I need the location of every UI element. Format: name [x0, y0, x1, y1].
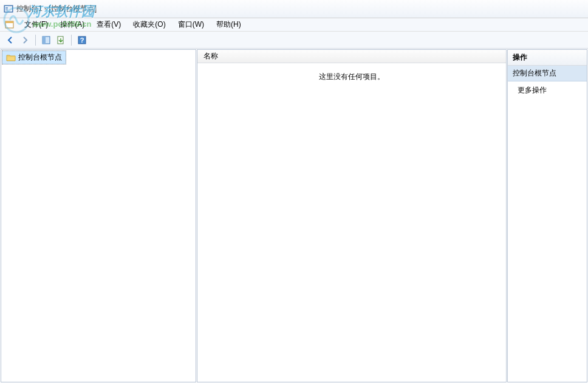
main-area: 控制台根节点 名称 这里没有任何项目。 操作 控制台根节点 更多操作	[0, 49, 588, 383]
menu-file[interactable]: 文件(F)	[18, 18, 54, 31]
column-header[interactable]: 名称	[197, 50, 506, 63]
toolbar-separator	[35, 35, 36, 46]
more-actions-link[interactable]: 更多操作	[508, 81, 587, 99]
show-hide-tree-button[interactable]	[39, 33, 53, 47]
folder-icon	[6, 53, 16, 62]
actions-header: 操作	[508, 50, 587, 66]
menu-help[interactable]: 帮助(H)	[210, 18, 247, 31]
forward-button[interactable]	[18, 33, 32, 47]
menu-action[interactable]: 操作(A)	[54, 18, 91, 31]
svg-rect-8	[43, 36, 46, 44]
tree-panel: 控制台根节点	[1, 49, 196, 382]
tree-root-label: 控制台根节点	[18, 52, 62, 63]
more-actions-label: 更多操作	[518, 86, 547, 94]
list-panel: 名称 这里没有任何项目。	[197, 49, 507, 382]
svg-rect-2	[5, 7, 8, 8]
actions-panel: 操作 控制台根节点 更多操作	[507, 49, 587, 382]
menu-favorites[interactable]: 收藏夹(O)	[127, 18, 171, 31]
toolbar-separator	[71, 35, 72, 46]
svg-rect-6	[5, 21, 13, 23]
back-button[interactable]	[4, 33, 17, 47]
help-button[interactable]: ?	[75, 33, 89, 47]
window-title: 控制台1 - [控制台根节点]	[16, 4, 97, 14]
menu-window[interactable]: 窗口(W)	[172, 18, 210, 31]
tree-root-node[interactable]: 控制台根节点	[2, 50, 66, 64]
column-name-label: 名称	[203, 51, 218, 61]
svg-rect-4	[5, 10, 8, 10]
title-bar: 控制台1 - [控制台根节点]	[0, 0, 588, 18]
svg-rect-3	[5, 9, 8, 9]
toolbar: ?	[0, 32, 588, 49]
empty-message: 这里没有任何项目。	[197, 63, 506, 82]
actions-group-title: 控制台根节点	[508, 66, 587, 81]
menu-bar: 文件(F) 操作(A) 查看(V) 收藏夹(O) 窗口(W) 帮助(H)	[0, 18, 588, 32]
svg-text:?: ?	[80, 36, 84, 44]
mmc-icon	[4, 4, 13, 14]
child-window-icon	[5, 21, 15, 29]
export-list-button[interactable]	[54, 33, 67, 47]
menu-view[interactable]: 查看(V)	[91, 18, 127, 31]
